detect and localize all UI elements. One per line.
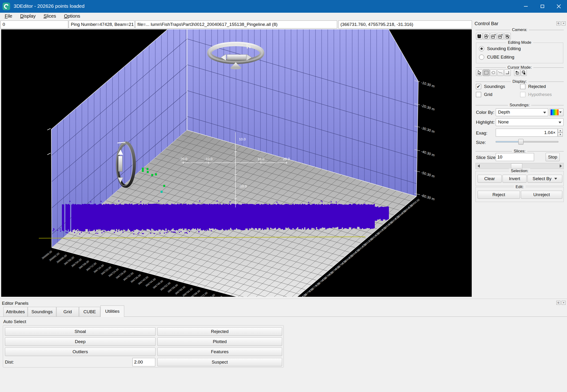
svg-text:-40.30 m: -40.30 m bbox=[421, 149, 435, 157]
slider-thumb[interactable] bbox=[518, 139, 524, 145]
menu-display[interactable]: Display bbox=[17, 13, 39, 19]
size-slider[interactable] bbox=[496, 139, 558, 145]
cursor-corner-select-button[interactable] bbox=[504, 69, 511, 76]
editor-panels: Editor Panels ⧉ ✕ Attributes Soundings G… bbox=[0, 299, 567, 392]
checkbox-grid[interactable]: Grid bbox=[476, 92, 492, 97]
cursor-point-info-button[interactable] bbox=[514, 69, 520, 76]
svg-text:-50.30 m: -50.30 m bbox=[421, 170, 435, 179]
camera-orbit-icon bbox=[484, 34, 489, 39]
scroll-left-icon[interactable] bbox=[476, 163, 481, 169]
svg-text:-10.0: -10.0 bbox=[239, 184, 247, 188]
plotted-button[interactable]: Plotted bbox=[157, 337, 282, 346]
checkbox-soundings[interactable]: ✔Soundings bbox=[476, 84, 505, 89]
camera-solid-button[interactable] bbox=[476, 33, 482, 40]
camera-east-icon: E bbox=[497, 34, 503, 39]
camera-north-icon: N bbox=[491, 34, 496, 39]
slice-scrollbar[interactable] bbox=[475, 163, 564, 169]
checkbox-rejected[interactable]: Rejected bbox=[520, 84, 546, 89]
radio-sounding-editing[interactable]: Sounding Editing bbox=[479, 46, 521, 51]
spin-up-icon[interactable]: ▲ bbox=[558, 129, 563, 133]
camera-reset-button[interactable] bbox=[504, 33, 511, 40]
tab-attributes[interactable]: Attributes bbox=[3, 307, 28, 317]
chevron-down-icon bbox=[543, 112, 546, 113]
tab-cube[interactable]: CUBE bbox=[79, 307, 100, 317]
soundings-section-label: Soundings: bbox=[475, 103, 564, 108]
deep-button[interactable]: Deep bbox=[5, 337, 156, 346]
svg-text:-20.30 m: -20.30 m bbox=[421, 103, 435, 112]
3d-viewport[interactable]: -20.0-10.010.020.010.0-10.0-10.30 m-20.3… bbox=[1, 29, 472, 297]
minimize-icon bbox=[524, 6, 528, 7]
app-icon bbox=[2, 2, 10, 10]
select-by-button[interactable]: Select By bbox=[527, 175, 562, 183]
features-button[interactable]: Features bbox=[157, 348, 282, 356]
editing-mode-group: Editing Mode Sounding Editing CUBE Editi… bbox=[476, 42, 563, 63]
3d-scene: -20.0-10.010.020.010.0-10.0-10.30 m-20.3… bbox=[1, 29, 472, 297]
exag-field[interactable]: 1.04× bbox=[496, 129, 558, 137]
suspect-button[interactable]: Suspect bbox=[157, 358, 282, 366]
menu-file[interactable]: File bbox=[1, 13, 15, 19]
slice-size-input[interactable] bbox=[496, 153, 534, 161]
stop-button[interactable]: Stop bbox=[546, 153, 560, 161]
clear-button[interactable]: Clear bbox=[478, 175, 502, 183]
unreject-button[interactable]: Unreject bbox=[521, 191, 562, 199]
chevron-down-icon bbox=[559, 122, 561, 124]
menu-bar: File Display Slices Options bbox=[0, 13, 567, 20]
checkbox-hypotheses: Hypotheses bbox=[520, 92, 552, 97]
minimize-button[interactable] bbox=[518, 0, 534, 13]
maximize-button[interactable] bbox=[534, 0, 551, 13]
scrollbar-thumb[interactable] bbox=[511, 163, 522, 168]
cursor-pick-button[interactable] bbox=[476, 69, 482, 76]
svg-text:E: E bbox=[502, 34, 503, 36]
close-button[interactable] bbox=[551, 0, 567, 13]
chevron-down-icon bbox=[554, 178, 557, 180]
tab-utilities[interactable]: Utilities bbox=[100, 306, 124, 317]
highlight-combobox[interactable]: None bbox=[496, 118, 564, 126]
menu-slices[interactable]: Slices bbox=[40, 13, 59, 19]
menu-options[interactable]: Options bbox=[61, 13, 84, 19]
cursor-mode-section-label: Cursor Mode: bbox=[475, 65, 564, 70]
point-info-icon bbox=[515, 70, 520, 75]
color-by-combobox[interactable]: Depth bbox=[496, 108, 548, 116]
invert-button[interactable]: Invert bbox=[503, 175, 526, 183]
spin-down-icon[interactable]: ▼ bbox=[558, 133, 563, 137]
title-bar: 3DEditor - 202626 points loaded bbox=[0, 0, 567, 13]
pitch-slider[interactable] bbox=[118, 156, 122, 171]
camera-orbit-button[interactable] bbox=[483, 33, 490, 40]
cursor-lasso-select-button[interactable] bbox=[490, 69, 497, 76]
dist-input[interactable] bbox=[132, 358, 155, 366]
reject-button[interactable]: Reject bbox=[478, 191, 520, 199]
shoal-button[interactable]: Shoal bbox=[5, 327, 156, 336]
application-window: 3DEditor - 202626 points loaded File Dis… bbox=[0, 0, 567, 392]
rejected-button[interactable]: Rejected bbox=[157, 327, 282, 336]
exag-spinner[interactable]: ▲▼ bbox=[558, 129, 563, 137]
float-panel-icon[interactable]: ⧉ bbox=[556, 21, 560, 25]
auto-select-label: Auto Select bbox=[3, 319, 26, 324]
status-coordinates-field: (366731.760, 4755795.218, -31.316) bbox=[338, 20, 472, 28]
svg-text:-10.0: -10.0 bbox=[204, 157, 213, 161]
close-panel-icon[interactable]: ✕ bbox=[562, 21, 566, 25]
tab-grid[interactable]: Grid bbox=[57, 307, 79, 317]
float-panel-icon[interactable]: ⧉ bbox=[556, 301, 560, 305]
svg-text:10.0: 10.0 bbox=[239, 137, 246, 141]
cursor-rectangle-select-button[interactable] bbox=[483, 69, 490, 76]
cursor-globe-pick-button[interactable] bbox=[521, 69, 527, 76]
scroll-right-icon[interactable] bbox=[558, 163, 564, 169]
exag-label: Exag: bbox=[476, 130, 487, 136]
close-panel-icon[interactable]: ✕ bbox=[562, 301, 566, 305]
colormap-button[interactable] bbox=[550, 108, 564, 116]
svg-text:20.0: 20.0 bbox=[283, 157, 290, 161]
checkbox-unchecked-icon bbox=[476, 92, 481, 97]
status-ping-field: Ping Number=47428, Beam=21 bbox=[69, 20, 135, 28]
svg-text:-20.0: -20.0 bbox=[179, 157, 187, 161]
editor-panels-title: Editor Panels bbox=[2, 301, 28, 306]
tab-soundings[interactable]: Soundings bbox=[28, 307, 56, 317]
cursor-line-select-button[interactable] bbox=[497, 69, 504, 76]
radio-cube-editing[interactable]: CUBE Editing bbox=[479, 55, 514, 60]
size-label: Size: bbox=[476, 140, 486, 145]
heading-slider[interactable] bbox=[227, 55, 246, 60]
status-count-field: 0 bbox=[0, 20, 68, 28]
camera-east-button[interactable]: E bbox=[497, 33, 504, 40]
camera-north-button[interactable]: N bbox=[490, 33, 497, 40]
outliers-button[interactable]: Outliers bbox=[5, 348, 156, 356]
camera-solid-icon bbox=[477, 34, 482, 39]
